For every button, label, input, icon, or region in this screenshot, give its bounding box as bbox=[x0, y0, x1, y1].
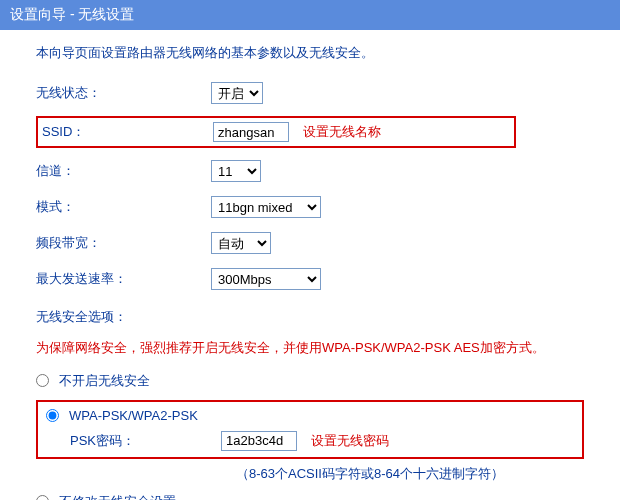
radio-option-wpa[interactable]: WPA-PSK/WPA2-PSK bbox=[46, 408, 574, 423]
wpa-highlight-box: WPA-PSK/WPA2-PSK PSK密码： 设置无线密码 bbox=[36, 400, 584, 459]
radio-option-none[interactable]: 不开启无线安全 bbox=[36, 372, 584, 390]
select-channel[interactable]: 11 bbox=[211, 160, 261, 182]
label-psk: PSK密码： bbox=[70, 432, 221, 450]
label-bandwidth: 频段带宽： bbox=[36, 234, 211, 252]
radio-nochange-label: 不修改无线安全设置 bbox=[59, 493, 176, 501]
select-tx-rate[interactable]: 300Mbps bbox=[211, 268, 321, 290]
radio-nochange[interactable] bbox=[36, 495, 49, 500]
security-section-title: 无线安全选项： bbox=[36, 308, 584, 326]
label-tx-rate: 最大发送速率： bbox=[36, 270, 211, 288]
label-channel: 信道： bbox=[36, 162, 211, 180]
select-mode[interactable]: 11bgn mixed bbox=[211, 196, 321, 218]
row-tx-rate: 最大发送速率： 300Mbps bbox=[36, 266, 584, 292]
row-mode: 模式： 11bgn mixed bbox=[36, 194, 584, 220]
psk-hint-text: （8-63个ACSII码字符或8-64个十六进制字符） bbox=[236, 465, 584, 483]
select-wireless-state[interactable]: 开启 bbox=[211, 82, 263, 104]
row-psk: PSK密码： 设置无线密码 bbox=[70, 431, 574, 451]
annotation-ssid: 设置无线名称 bbox=[303, 123, 381, 141]
radio-none[interactable] bbox=[36, 374, 49, 387]
window-title: 设置向导 - 无线设置 bbox=[10, 6, 134, 22]
ssid-highlight-box: SSID： 设置无线名称 bbox=[36, 116, 516, 148]
row-wireless-state: 无线状态： 开启 bbox=[36, 80, 584, 106]
annotation-psk: 设置无线密码 bbox=[311, 432, 389, 450]
label-ssid: SSID： bbox=[38, 123, 213, 141]
input-psk[interactable] bbox=[221, 431, 297, 451]
row-bandwidth: 频段带宽： 自动 bbox=[36, 230, 584, 256]
radio-none-label: 不开启无线安全 bbox=[59, 372, 150, 390]
window-titlebar: 设置向导 - 无线设置 bbox=[0, 0, 620, 30]
radio-wpa[interactable] bbox=[46, 409, 59, 422]
radio-wpa-label: WPA-PSK/WPA2-PSK bbox=[69, 408, 198, 423]
radio-option-nochange[interactable]: 不修改无线安全设置 bbox=[36, 493, 584, 501]
intro-text: 本向导页面设置路由器无线网络的基本参数以及无线安全。 bbox=[36, 44, 584, 62]
row-channel: 信道： 11 bbox=[36, 158, 584, 184]
select-bandwidth[interactable]: 自动 bbox=[211, 232, 271, 254]
content-area: 本向导页面设置路由器无线网络的基本参数以及无线安全。 无线状态： 开启 SSID… bbox=[0, 30, 620, 500]
security-warning-text: 为保障网络安全，强烈推荐开启无线安全，并使用WPA-PSK/WPA2-PSK A… bbox=[36, 338, 584, 358]
input-ssid[interactable] bbox=[213, 122, 289, 142]
label-mode: 模式： bbox=[36, 198, 211, 216]
label-wireless-state: 无线状态： bbox=[36, 84, 211, 102]
